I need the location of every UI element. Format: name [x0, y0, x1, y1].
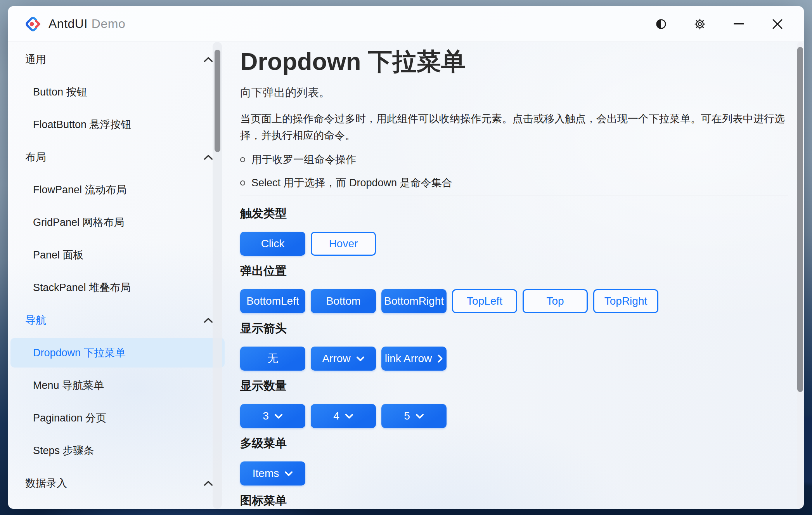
sidebar-item-floatbutton[interactable]: FloatButton 悬浮按钮 [10, 110, 225, 139]
sidebar-item-label: GridPanel 网格布局 [33, 215, 125, 229]
sidebar-group-layout[interactable]: 布局 [10, 142, 225, 172]
app-brand: AntdUIDemo [8, 15, 125, 33]
sidebar-scrollbar-thumb[interactable] [215, 50, 220, 152]
page-subtitle: 向下弹出的列表。 [240, 85, 788, 101]
chevron-down-icon [356, 356, 365, 362]
sidebar-group-label: 数据录入 [25, 476, 67, 490]
demo-button-label: 3 [263, 410, 269, 422]
app-title: AntdUIDemo [48, 17, 125, 31]
sidebar-item-label: Button 按钮 [33, 85, 87, 99]
sidebar-group-general[interactable]: 通用 [10, 45, 225, 74]
chevron-up-icon [204, 317, 213, 323]
sidebar-item-gridpanel[interactable]: GridPanel 网格布局 [10, 208, 225, 237]
demo-button-bottom[interactable]: Bottom [311, 289, 376, 313]
demo-button-label: Hover [329, 238, 358, 250]
demo-button-hover[interactable]: Hover [311, 232, 376, 256]
demo-button-label: BottomLeft [246, 295, 299, 307]
theme-contrast-icon[interactable] [653, 16, 670, 33]
section-heading: 显示数量 [240, 378, 788, 393]
sidebar-item-label: Dropdown 下拉菜单 [33, 346, 126, 360]
demo-button-label: Top [546, 295, 564, 307]
bullet-item: Select 用于选择，而 Dropdown 是命令集合 [240, 177, 788, 188]
sidebar-item-stackpanel[interactable]: StackPanel 堆叠布局 [10, 273, 225, 302]
sidebar-item-flowpanel[interactable]: FlowPanel 流动布局 [10, 175, 225, 205]
bullet-circle-icon [240, 180, 245, 186]
demo-button-row: Items [240, 461, 788, 486]
demo-button-click[interactable]: Click [240, 232, 305, 256]
section-divider [240, 196, 788, 196]
demo-button-row: BottomLeftBottomBottomRightTopLeftTopTop… [240, 289, 788, 313]
chevron-down-icon [345, 413, 353, 419]
sidebar-item-label: FlowPanel 流动布局 [33, 183, 127, 197]
section-heading: 图标菜单 [240, 493, 788, 508]
demo-button-label: TopRight [604, 295, 648, 307]
demo-button-bottomleft[interactable]: BottomLeft [240, 289, 305, 313]
sidebar-item-pagination[interactable]: Pagination 分页 [10, 403, 225, 433]
main-scrollbar-thumb[interactable] [797, 47, 803, 392]
demo-button-label: 无 [267, 351, 278, 366]
sidebar-item-label: Pagination 分页 [33, 411, 106, 425]
app-title-suffix: Demo [92, 17, 125, 31]
sidebar-item-label: Panel 面板 [33, 248, 84, 262]
sidebar-item-label: Menu 导航菜单 [33, 378, 104, 392]
sidebar-group-data-entry[interactable]: 数据录入 [10, 468, 225, 498]
app-window: AntdUIDemo [8, 6, 804, 509]
window-body: 通用Button 按钮FloatButton 悬浮按钮布局FlowPanel 流… [8, 42, 804, 509]
chevron-down-icon [274, 413, 283, 419]
sidebar-item-panel[interactable]: Panel 面板 [10, 240, 225, 270]
feature-bullets: 用于收罗一组命令操作 Select 用于选择，而 Dropdown 是命令集合 [240, 154, 788, 188]
demo-button-label: Bottom [326, 295, 361, 307]
demo-button-arrow[interactable]: Arrow [311, 347, 376, 371]
demo-button-label: 4 [333, 410, 339, 422]
demo-button-items[interactable]: Items [240, 461, 305, 486]
section-heading: 显示箭头 [240, 321, 788, 336]
settings-gear-icon[interactable] [691, 16, 708, 33]
sidebar-group-navigation[interactable]: 导航 [10, 305, 225, 335]
sidebar-group-label: 布局 [25, 150, 46, 164]
demo-button-3[interactable]: 3 [240, 404, 305, 428]
sidebar-item-button[interactable]: Button 按钮 [10, 77, 225, 107]
demo-button-label: 5 [404, 410, 410, 422]
section-heading: 触发类型 [240, 206, 788, 221]
demo-button-label: Arrow [322, 352, 350, 365]
sidebar-group-label: 通用 [25, 52, 46, 66]
sidebar-group-label: 导航 [25, 313, 46, 327]
bullet-item: 用于收罗一组命令操作 [240, 154, 788, 165]
demo-button-label: link Arrow [385, 352, 432, 365]
demo-button-top[interactable]: Top [523, 289, 588, 313]
demo-button-无[interactable]: 无 [240, 347, 305, 371]
chevron-right-icon [437, 354, 443, 363]
demo-button-label: BottomRight [384, 295, 444, 307]
chevron-up-icon [204, 154, 213, 160]
titlebar-actions [653, 16, 804, 33]
sidebar-item-menu[interactable]: Menu 导航菜单 [10, 371, 225, 400]
demo-button-topleft[interactable]: TopLeft [452, 289, 517, 313]
sidebar-item-steps[interactable]: Steps 步骤条 [10, 436, 225, 465]
demo-button-4[interactable]: 4 [311, 404, 376, 428]
page-description: 当页面上的操作命令过多时，用此组件可以收纳操作元素。点击或移入触点，会出现一个下… [240, 111, 788, 144]
demo-button-topright[interactable]: TopRight [593, 289, 658, 313]
sidebar-item-label: Steps 步骤条 [33, 444, 94, 458]
demo-button-row: 345 [240, 404, 788, 428]
close-icon[interactable] [769, 16, 786, 33]
sidebar-item-dropdown[interactable]: Dropdown 下拉菜单 [10, 338, 225, 368]
demo-button-label: Click [261, 238, 285, 250]
sidebar-nav: 通用Button 按钮FloatButton 悬浮按钮布局FlowPanel 流… [8, 42, 226, 509]
section-heading: 弹出位置 [240, 264, 788, 278]
minimize-icon[interactable] [730, 16, 747, 33]
main-content: Dropdown 下拉菜单 向下弹出的列表。 当页面上的操作命令过多时，用此组件… [232, 42, 788, 509]
chevron-down-icon [416, 413, 424, 419]
app-logo-icon [24, 15, 42, 33]
chevron-down-icon [284, 471, 293, 477]
demo-button-label: Items [253, 467, 279, 480]
demo-button-bottomright[interactable]: BottomRight [381, 289, 447, 313]
demo-button-5[interactable]: 5 [381, 404, 447, 428]
sidebar-item-label: StackPanel 堆叠布局 [33, 281, 131, 295]
chevron-up-icon [204, 57, 213, 62]
titlebar: AntdUIDemo [8, 6, 804, 42]
demo-button-link-arrow[interactable]: link Arrow [381, 347, 447, 371]
demo-button-label: TopLeft [467, 295, 502, 307]
demo-button-row: 无Arrowlink Arrow [240, 347, 788, 371]
chevron-up-icon [204, 480, 213, 486]
section-heading: 多级菜单 [240, 436, 788, 451]
